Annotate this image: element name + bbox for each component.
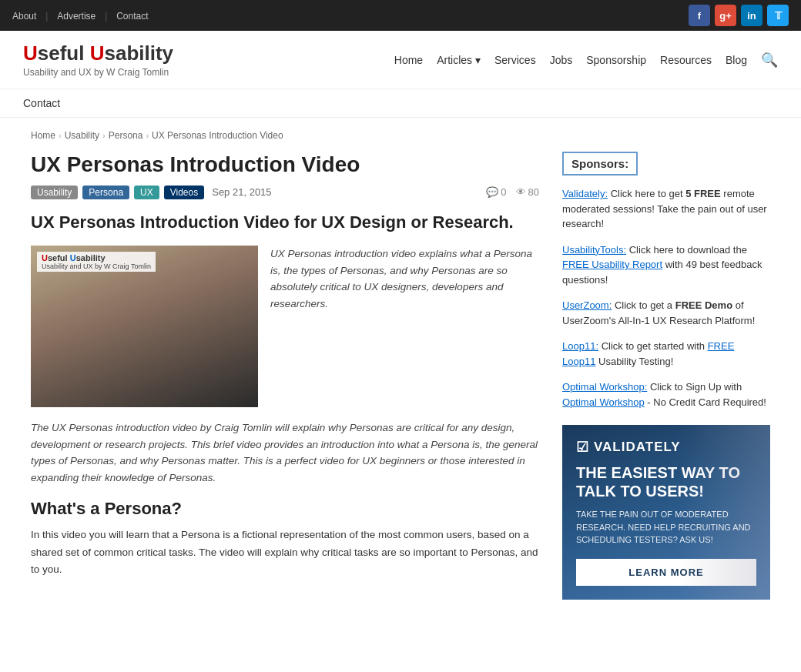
breadcrumb-usability[interactable]: Usability — [65, 130, 99, 141]
tag-ux[interactable]: UX — [134, 186, 159, 199]
nav-articles-label: Articles — [437, 54, 472, 66]
logo-area: Useful Usability Usability and UX by W C… — [23, 42, 223, 78]
comments-meta: 💬 0 — [486, 186, 506, 198]
site-header: Useful Usability Usability and UX by W C… — [0, 31, 801, 89]
main-nav: Home Articles ▾ Services Jobs Sponsorshi… — [223, 52, 778, 69]
breadcrumb-sep3: › — [146, 131, 149, 140]
nav-articles-arrow: ▾ — [475, 54, 481, 66]
sponsor-validately-link[interactable]: Validately: — [562, 188, 608, 199]
article-image-box: Useful Usability Usability and UX by W C… — [31, 246, 258, 407]
wm-sability: sability — [76, 253, 106, 262]
ad-brand-label: VALIDATELY — [594, 440, 681, 455]
sponsor-loop11-link[interactable]: Loop11: — [562, 340, 598, 352]
views-meta: 👁 80 — [516, 186, 539, 198]
tag-videos[interactable]: Videos — [164, 186, 204, 199]
sponsor-validately-text1: Click here to get — [611, 188, 686, 199]
sponsor-usabilitytools-link[interactable]: UsabilityTools: — [562, 244, 626, 256]
sponsor-userzoom-link[interactable]: UserZoom: — [562, 299, 612, 311]
sponsor-validately-highlight: 5 FREE — [685, 188, 721, 199]
ad-checkmark-icon: ☑ — [576, 439, 589, 456]
article-title: UX Personas Introduction Video — [31, 152, 539, 178]
googleplus-icon[interactable]: g+ — [715, 5, 736, 26]
article-date: Sep 21, 2015 — [212, 186, 271, 198]
wm-seful: seful — [48, 253, 70, 262]
about-link[interactable]: About — [12, 11, 36, 22]
main-content: UX Personas Introduction Video Usability… — [31, 152, 539, 600]
breadcrumb-sep2: › — [102, 131, 106, 140]
sponsors-heading: Sponsors: — [562, 152, 638, 176]
wm-sub: Usability and UX by W Craig Tomlin — [42, 262, 151, 270]
ad-box: ☑ VALIDATELY THE EASIEST WAY TO TALK TO … — [562, 425, 770, 600]
secondary-nav-contact[interactable]: Contact — [23, 97, 60, 109]
sponsor-userzoom-text1: Click to get a — [615, 299, 675, 311]
nav-articles[interactable]: Articles ▾ — [437, 54, 481, 66]
wm-u2: U — [70, 253, 76, 262]
nav-jobs[interactable]: Jobs — [550, 54, 573, 66]
article-intro: Useful Usability Usability and UX by W C… — [31, 246, 539, 407]
sponsor-usabilitytools: UsabilityTools: Click here to download t… — [562, 242, 770, 288]
logo-u1: U — [23, 42, 38, 65]
secondary-nav: Contact — [0, 89, 801, 118]
nav-sponsorship[interactable]: Sponsorship — [586, 54, 646, 66]
article-intro-text: UX Personas introduction video explains … — [270, 246, 539, 407]
article-body-text: The UX Personas introduction video by Cr… — [31, 420, 539, 486]
top-bar: About | Advertise | Contact f g+ in 𝕋 — [0, 0, 801, 31]
contact-top-link[interactable]: Contact — [116, 11, 148, 22]
tag-usability[interactable]: Usability — [31, 186, 78, 199]
nav-home[interactable]: Home — [394, 54, 423, 66]
breadcrumb-persona[interactable]: Persona — [109, 130, 143, 141]
sep1: | — [45, 11, 48, 22]
nav-resources[interactable]: Resources — [660, 54, 712, 66]
advertise-link[interactable]: Advertise — [57, 11, 96, 22]
sponsor-optimalworkshop-link[interactable]: Optimal Workshop: — [562, 381, 647, 393]
logo-title: Useful Usability — [23, 42, 223, 65]
logo-subtitle: Usability and UX by W Craig Tomlin — [23, 67, 223, 78]
logo-seful: seful — [38, 42, 90, 65]
image-watermark: Useful Usability Usability and UX by W C… — [37, 252, 156, 272]
tags-row: Usability Persona UX Videos Sep 21, 2015… — [31, 186, 539, 199]
sponsor-usabilitytools-text1: Click here to download the — [629, 244, 747, 256]
sponsor-userzoom-highlight: FREE Demo — [675, 299, 732, 311]
nav-services[interactable]: Services — [494, 54, 536, 66]
linkedin-icon[interactable]: in — [741, 5, 762, 26]
ad-subtext: TAKE THE PAIN OUT OF MODERATED RESEARCH.… — [576, 508, 756, 547]
main-wrapper: Home › Usability › Persona › UX Personas… — [15, 118, 786, 612]
wm-u1: U — [42, 253, 48, 262]
article-paragraph-1: In this video you will learn that a Pers… — [31, 527, 539, 580]
sponsor-optimalworkshop: Optimal Workshop: Click to Sign Up with … — [562, 379, 770, 410]
breadcrumb: Home › Usability › Persona › UX Personas… — [31, 130, 770, 141]
article-meta: 💬 0 👁 80 — [486, 186, 539, 198]
article-image: Useful Usability Usability and UX by W C… — [31, 246, 258, 407]
sponsor-optimalworkshop-highlight[interactable]: Optimal Workshop — [562, 396, 645, 408]
breadcrumb-current: UX Personas Introduction Video — [152, 130, 283, 141]
sponsor-validately: Validately: Click here to get 5 FREE rem… — [562, 186, 770, 232]
article-subheading: UX Personas Introduction Video for UX De… — [31, 212, 539, 234]
sponsor-optimalworkshop-text2: - No Credit Card Required! — [647, 396, 766, 408]
content-layout: UX Personas Introduction Video Usability… — [31, 152, 770, 600]
logo-u2: U — [90, 42, 105, 65]
breadcrumb-home[interactable]: Home — [31, 130, 55, 141]
logo-sability: sability — [104, 42, 173, 65]
sponsor-loop11-text2: Usability Testing! — [598, 356, 673, 367]
tag-persona[interactable]: Persona — [82, 186, 129, 199]
facebook-icon[interactable]: f — [689, 5, 710, 26]
search-button[interactable]: 🔍 — [761, 52, 778, 69]
article-section-heading: What's a Persona? — [31, 499, 539, 519]
social-icons: f g+ in 𝕋 — [689, 5, 789, 26]
sponsor-userzoom: UserZoom: Click to get a FREE Demo of Us… — [562, 298, 770, 328]
nav-blog[interactable]: Blog — [726, 54, 747, 66]
sep2: | — [105, 11, 107, 22]
top-bar-links: About | Advertise | Contact — [12, 9, 155, 22]
sponsor-loop11: Loop11: Click to get started with FREE L… — [562, 339, 770, 369]
sidebar: Sponsors: Validately: Click here to get … — [562, 152, 770, 600]
sponsor-optimalworkshop-text1: Click to Sign Up with — [650, 381, 742, 393]
sponsor-loop11-text1: Click to get started with — [602, 340, 708, 352]
twitter-icon[interactable]: 𝕋 — [767, 5, 789, 26]
sponsor-usabilitytools-highlight[interactable]: FREE Usability Report — [562, 259, 662, 270]
breadcrumb-sep1: › — [59, 131, 62, 140]
